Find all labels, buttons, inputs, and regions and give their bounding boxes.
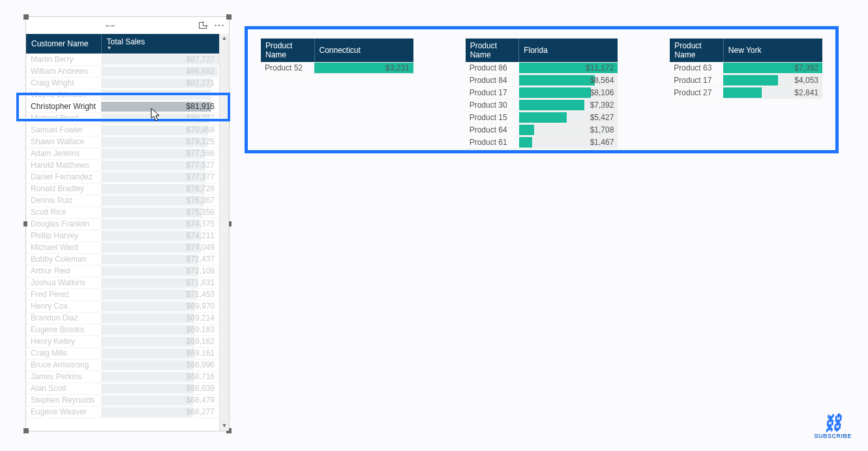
table-row[interactable]: Bobby Coleman$72,437 bbox=[26, 253, 219, 265]
table-row[interactable]: Product 27$2,841 bbox=[670, 87, 822, 99]
customer-name-cell[interactable]: Scott Rice bbox=[26, 206, 101, 218]
table-row[interactable]: Henry Kelley$69,162 bbox=[26, 335, 219, 347]
table-row[interactable]: Phillip Harvey$74,211 bbox=[26, 230, 219, 241]
product-value-cell[interactable]: $1,708 bbox=[519, 124, 618, 136]
table-row[interactable]: Craig Mills$69,161 bbox=[26, 347, 219, 359]
product-value-cell[interactable]: $1,467 bbox=[519, 136, 618, 149]
customer-name-cell[interactable]: Michael Reed bbox=[26, 112, 101, 124]
total-sales-cell[interactable]: $74,211 bbox=[101, 230, 219, 241]
product-value-cell[interactable]: $8,564 bbox=[519, 74, 618, 87]
total-sales-cell[interactable]: $68,716 bbox=[101, 371, 219, 382]
customer-name-cell[interactable]: Eugene Weaver bbox=[26, 406, 101, 418]
customer-name-cell[interactable]: Adam Jenkins bbox=[26, 148, 101, 159]
scroll-down-icon[interactable]: ▼ bbox=[220, 422, 229, 431]
product-name-cell[interactable]: Product 15 bbox=[466, 112, 519, 124]
table-row[interactable]: William Andrews$86,682 bbox=[26, 65, 219, 77]
customer-table[interactable]: Customer Name Total Sales▼ Martin Berry$… bbox=[26, 34, 219, 418]
customer-name-cell[interactable]: Wayne Johnson bbox=[26, 89, 101, 101]
customer-name-cell[interactable]: Christopher Wright bbox=[26, 101, 101, 112]
total-sales-cell[interactable]: $77,377 bbox=[101, 171, 219, 183]
panel-connecticut[interactable]: Product NameConnecticutProduct 52$3,231 bbox=[261, 39, 413, 141]
customer-name-cell[interactable]: Brandon Diaz bbox=[26, 312, 101, 324]
total-sales-cell[interactable]: $74,375 bbox=[101, 218, 219, 230]
customer-name-cell[interactable]: Craig Mills bbox=[26, 347, 101, 359]
customer-name-cell[interactable]: Douglas Franklin bbox=[26, 218, 101, 230]
product-name-cell[interactable]: Product 17 bbox=[466, 87, 519, 99]
table-row[interactable]: Martin Berry$87,727 bbox=[26, 54, 219, 65]
table-row[interactable]: Product 52$3,231 bbox=[261, 62, 413, 74]
table-row[interactable]: Eugene Weaver$68,277 bbox=[26, 406, 219, 418]
scrollbar[interactable]: ▲ ▼ bbox=[219, 34, 229, 431]
table-row[interactable]: Douglas Franklin$74,375 bbox=[26, 218, 219, 230]
col-state-value[interactable]: Florida bbox=[519, 39, 618, 62]
table-row[interactable]: Christopher Wright$81,916 bbox=[26, 101, 219, 112]
customer-name-cell[interactable]: Ronald Bradley bbox=[26, 183, 101, 194]
customer-name-cell[interactable]: Henry Kelley bbox=[26, 335, 101, 347]
total-sales-cell[interactable]: $69,183 bbox=[101, 324, 219, 335]
table-row[interactable]: Product 17$4,053 bbox=[670, 74, 822, 87]
table-row[interactable]: Stephen Reynolds$68,479 bbox=[26, 394, 219, 406]
more-options-icon[interactable]: ··· bbox=[215, 20, 225, 31]
resize-handle[interactable] bbox=[23, 14, 29, 20]
col-product-name[interactable]: Product Name bbox=[466, 39, 519, 62]
product-value-cell[interactable]: $5,427 bbox=[519, 112, 618, 124]
table-row[interactable]: Joshua Watkins$71,831 bbox=[26, 277, 219, 288]
table-row[interactable]: Alan Scott$68,639 bbox=[26, 382, 219, 394]
total-sales-cell[interactable]: $69,161 bbox=[101, 347, 219, 359]
table-row[interactable]: Product 63$7,392 bbox=[670, 62, 822, 74]
product-name-cell[interactable]: Product 84 bbox=[466, 74, 519, 87]
customer-name-cell[interactable]: Arthur Reid bbox=[26, 265, 101, 277]
table-row[interactable]: Adam Jenkins$77,566 bbox=[26, 148, 219, 159]
customer-name-cell[interactable]: Martin Berry bbox=[26, 54, 101, 65]
table-row[interactable]: Brandon Diaz$69,214 bbox=[26, 312, 219, 324]
product-name-cell[interactable]: Product 27 bbox=[670, 87, 723, 99]
total-sales-cell[interactable]: $69,214 bbox=[101, 312, 219, 324]
table-row[interactable]: Product 15$5,427 bbox=[466, 112, 618, 124]
product-name-cell[interactable]: Product 52 bbox=[261, 62, 314, 74]
focus-mode-icon[interactable] bbox=[198, 20, 208, 31]
customer-name-cell[interactable]: Daniel Fernandez bbox=[26, 171, 101, 183]
table-row[interactable]: Daniel Fernandez$77,377 bbox=[26, 171, 219, 183]
table-row[interactable]: Product 17$8,106 bbox=[466, 87, 618, 99]
total-sales-cell[interactable]: $68,479 bbox=[101, 394, 219, 406]
total-sales-cell[interactable]: $69,970 bbox=[101, 300, 219, 312]
product-value-cell[interactable]: $8,106 bbox=[519, 87, 618, 99]
total-sales-cell[interactable]: $71,453 bbox=[101, 288, 219, 300]
col-product-name[interactable]: Product Name bbox=[670, 39, 723, 62]
customer-name-cell[interactable]: Fred Perez bbox=[26, 288, 101, 300]
total-sales-cell[interactable]: $74,049 bbox=[101, 241, 219, 253]
table-row[interactable]: Harold Matthews$77,527 bbox=[26, 159, 219, 171]
table-row[interactable]: Product 84$8,564 bbox=[466, 74, 618, 87]
customer-name-cell[interactable]: Phillip Harvey bbox=[26, 230, 101, 241]
total-sales-cell[interactable]: $76,367 bbox=[101, 194, 219, 206]
product-name-cell[interactable]: Product 17 bbox=[670, 74, 723, 87]
product-name-cell[interactable]: Product 64 bbox=[466, 124, 519, 136]
customer-name-cell[interactable]: Bobby Coleman bbox=[26, 253, 101, 265]
scroll-up-icon[interactable]: ▲ bbox=[220, 34, 229, 43]
col-product-name[interactable]: Product Name bbox=[261, 39, 314, 62]
table-row[interactable]: Dennis Ruiz$76,367 bbox=[26, 194, 219, 206]
customer-name-cell[interactable]: James Perkins bbox=[26, 371, 101, 382]
table-row[interactable]: James Perkins$68,716 bbox=[26, 371, 219, 382]
customer-name-cell[interactable]: Harold Matthews bbox=[26, 159, 101, 171]
customer-name-cell[interactable]: Stephen Reynolds bbox=[26, 394, 101, 406]
col-customer-name[interactable]: Customer Name bbox=[26, 34, 101, 54]
product-name-cell[interactable]: Product 63 bbox=[670, 62, 723, 74]
product-name-cell[interactable]: Product 30 bbox=[466, 99, 519, 112]
customer-name-cell[interactable]: Bruce Armstrong bbox=[26, 359, 101, 371]
table-row[interactable]: Product 61$1,467 bbox=[466, 136, 618, 149]
col-total-sales[interactable]: Total Sales▼ bbox=[101, 34, 219, 54]
resize-handle[interactable] bbox=[226, 14, 232, 20]
total-sales-cell[interactable]: $71,831 bbox=[101, 277, 219, 288]
total-sales-cell[interactable]: $87,727 bbox=[101, 54, 219, 65]
total-sales-cell[interactable]: $77,566 bbox=[101, 148, 219, 159]
customer-name-cell[interactable]: Samuel Fowler bbox=[26, 124, 101, 136]
table-row[interactable]: Samuel Fowler$79,458 bbox=[26, 124, 219, 136]
table-row[interactable]: Fred Perez$71,453 bbox=[26, 288, 219, 300]
product-value-cell[interactable]: $3,231 bbox=[314, 62, 413, 74]
total-sales-cell[interactable]: $68,996 bbox=[101, 359, 219, 371]
total-sales-cell[interactable]: $79,125 bbox=[101, 136, 219, 148]
customer-name-cell[interactable]: Alan Scott bbox=[26, 382, 101, 394]
table-row[interactable]: Michael Reed$80,277 bbox=[26, 112, 219, 124]
customer-name-cell[interactable]: Shawn Wallace bbox=[26, 136, 101, 148]
